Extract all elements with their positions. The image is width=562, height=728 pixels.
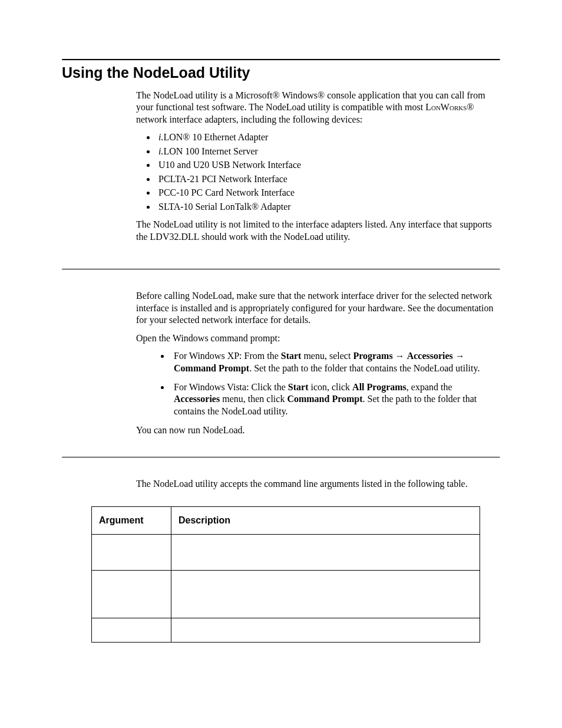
start-label: Start bbox=[288, 382, 309, 392]
accessories-label: Accessories bbox=[407, 351, 453, 361]
list-item: For Windows XP: From the Start menu, sel… bbox=[170, 350, 500, 374]
text: icon, click bbox=[308, 382, 352, 392]
list-item: For Windows Vista: Click the Start icon,… bbox=[170, 381, 500, 417]
accessories-label: Accessories bbox=[174, 394, 220, 404]
command-prompt-label: Command Prompt bbox=[174, 363, 249, 373]
list-item: SLTA-10 Serial LonTalk® Adapter bbox=[156, 201, 500, 213]
rule-top bbox=[62, 59, 500, 61]
args-block: The NodeLoad utility accepts the command… bbox=[136, 478, 500, 490]
list-item: i.LON 100 Internet Server bbox=[156, 146, 500, 157]
args-intro-paragraph: The NodeLoad utility accepts the command… bbox=[136, 478, 500, 490]
all-programs-label: All Programs bbox=[352, 382, 406, 392]
ilon-post: ® 10 Ethernet Adapter bbox=[183, 132, 268, 142]
list-item: i.LON® 10 Ethernet Adapter bbox=[156, 131, 500, 143]
arrow-icon: → bbox=[393, 351, 407, 361]
text: menu, select bbox=[301, 351, 353, 361]
start-label: Start bbox=[281, 351, 302, 361]
intro-paragraph: The NodeLoad utility is a Microsoft® Win… bbox=[136, 90, 500, 126]
ilon-mid: LON bbox=[163, 132, 183, 142]
setup-block: Before calling NodeLoad, make sure that … bbox=[136, 290, 500, 437]
device-list: i.LON® 10 Ethernet Adapter i.LON 100 Int… bbox=[136, 131, 500, 213]
list-item: PCLTA-21 PCI Network Interface bbox=[156, 173, 500, 185]
ilon-text: LON 100 Internet Server bbox=[163, 146, 257, 156]
text: menu, then click bbox=[220, 394, 287, 404]
table-row bbox=[92, 571, 480, 618]
programs-label: Programs bbox=[353, 351, 392, 361]
table-header-row: Argument Description bbox=[92, 507, 480, 535]
document-page: Using the NodeLoad Utility The NodeLoad … bbox=[0, 0, 562, 728]
text: , expand the bbox=[406, 382, 452, 392]
instruction-list: For Windows XP: From the Start menu, sel… bbox=[136, 350, 500, 417]
intro-block: The NodeLoad utility is a Microsoft® Win… bbox=[136, 90, 500, 243]
list-item: U10 and U20 USB Network Interface bbox=[156, 159, 500, 171]
command-prompt-label: Command Prompt bbox=[287, 394, 362, 404]
arguments-table: Argument Description bbox=[91, 506, 480, 643]
header-argument: Argument bbox=[92, 507, 171, 535]
arrow-icon: → bbox=[453, 351, 465, 361]
lonworks-brand: LonWorks bbox=[425, 102, 467, 112]
before-paragraph: Before calling NodeLoad, make sure that … bbox=[136, 290, 500, 326]
text: . Set the path to the folder that contai… bbox=[249, 363, 480, 373]
header-description: Description bbox=[171, 507, 480, 535]
list-item: PCC-10 PC Card Network Interface bbox=[156, 187, 500, 199]
table-row bbox=[92, 618, 480, 643]
open-prompt-paragraph: Open the Windows command prompt: bbox=[136, 332, 500, 344]
text: For Windows Vista: Click the bbox=[174, 382, 288, 392]
table-row bbox=[92, 535, 480, 571]
section-heading: Using the NodeLoad Utility bbox=[62, 64, 500, 81]
text: For Windows XP: From the bbox=[174, 351, 281, 361]
limit-paragraph: The NodeLoad utility is not limited to t… bbox=[136, 219, 500, 243]
now-run-paragraph: You can now run NodeLoad. bbox=[136, 424, 500, 436]
